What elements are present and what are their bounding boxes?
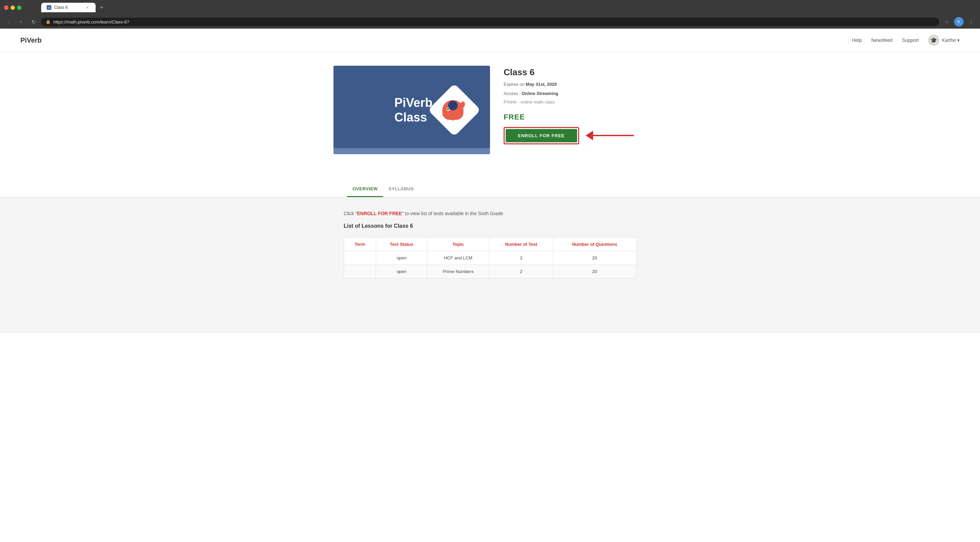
- tab-favicon: π: [47, 5, 51, 10]
- thumbnail-bottom-bar: [334, 148, 490, 154]
- cell-num-tests-2: 2: [489, 265, 553, 279]
- browser-chrome: π Class 6 × + ‹ › ↻ 🔒 https://math.piver…: [0, 0, 980, 29]
- overview-section: Click "ENROLL FOR FREE" to view list of …: [0, 197, 980, 333]
- hint-suffix: " to view list of tests available in the…: [402, 211, 503, 216]
- lock-icon: 🔒: [46, 19, 51, 24]
- col-test-status: Test Status: [376, 238, 427, 251]
- new-tab-button[interactable]: +: [97, 3, 107, 12]
- expires-date: May 31st, 2020: [526, 82, 557, 87]
- overview-inner: Click "ENROLL FOR FREE" to view list of …: [344, 211, 636, 279]
- user-avatar: 🎓: [928, 35, 939, 46]
- hint-prefix: Click ": [344, 211, 357, 216]
- maximize-traffic-light[interactable]: [17, 5, 21, 10]
- table-row: open HCF and LCM 2 20: [344, 251, 636, 265]
- arrow-indicator: [586, 131, 634, 140]
- expires-label: Expires on: [504, 82, 524, 87]
- cell-status-1: open: [376, 251, 427, 265]
- avatar-icon: 🎓: [930, 37, 937, 43]
- minimize-traffic-light[interactable]: [11, 5, 15, 10]
- user-name: Karthe ▾: [942, 37, 959, 43]
- tabs: OVERVIEW SYLLABUS: [327, 182, 653, 197]
- cell-topic-2: Prime Numbers: [427, 265, 489, 279]
- enroll-button[interactable]: ENROLL FOR FREE: [506, 129, 577, 142]
- enroll-button-container: ENROLL FOR FREE: [504, 127, 579, 144]
- top-nav: PiVerb Help Newsfeed Support 🎓 Karthe ▾: [0, 29, 980, 52]
- address-input[interactable]: 🔒 https://math.piverb.com/learn/Class-6?: [41, 18, 939, 26]
- tab-syllabus[interactable]: SYLLABUS: [383, 182, 419, 197]
- price-label: FREE: [504, 113, 646, 121]
- course-description: PiVerb - online math class: [504, 99, 646, 105]
- active-tab[interactable]: π Class 6 ×: [41, 3, 95, 12]
- course-thumbnail: PiVerb Class: [334, 66, 490, 154]
- arrow-head: [585, 131, 593, 140]
- cell-term-2: [344, 265, 376, 279]
- col-num-questions: Number of Questions: [553, 238, 636, 251]
- newsfeed-link[interactable]: Newsfeed: [872, 37, 892, 43]
- enroll-hint: Click "ENROLL FOR FREE" to view list of …: [344, 211, 636, 216]
- course-access: Access : Online Streaming: [504, 90, 646, 97]
- thumbnail-text-line1: PiVerb: [395, 95, 433, 110]
- url-text: https://math.piverb.com/learn/Class-6?: [53, 19, 934, 24]
- back-button[interactable]: ‹: [4, 17, 14, 27]
- address-bar: ‹ › ↻ 🔒 https://math.piverb.com/learn/Cl…: [0, 15, 980, 29]
- table-header-row: Term Test Status Topic Number of Test Nu…: [344, 238, 636, 251]
- course-header-section: PiVerb Class: [327, 52, 653, 182]
- lessons-table: Term Test Status Topic Number of Test Nu…: [344, 237, 636, 279]
- tab-close-button[interactable]: ×: [85, 5, 90, 10]
- hint-link: ENROLL FOR FREE: [357, 211, 402, 216]
- course-expires: Expires on May 31st, 2020: [504, 81, 646, 88]
- access-label: Access :: [504, 91, 520, 96]
- course-info: Class 6 Expires on May 31st, 2020 Access…: [504, 66, 646, 144]
- thumbnail-logo: [432, 88, 476, 132]
- col-num-tests: Number of Test: [489, 238, 553, 251]
- user-menu[interactable]: 🎓 Karthe ▾: [928, 35, 959, 46]
- site-logo[interactable]: PiVerb: [21, 37, 41, 44]
- tab-title: Class 6: [54, 5, 68, 10]
- tab-overview[interactable]: OVERVIEW: [347, 182, 383, 197]
- support-link[interactable]: Support: [902, 37, 919, 43]
- browser-profile-button[interactable]: K: [954, 17, 964, 27]
- nav-links: Help Newsfeed Support 🎓 Karthe ▾: [852, 35, 959, 46]
- thumbnail-text-line2: Class: [395, 110, 427, 124]
- course-title: Class 6: [504, 67, 646, 78]
- forward-button[interactable]: ›: [16, 17, 26, 27]
- lessons-title: List of Lessons for Class 6: [344, 223, 636, 229]
- refresh-button[interactable]: ↻: [29, 17, 38, 27]
- course-header: PiVerb Class: [334, 66, 646, 154]
- help-link[interactable]: Help: [852, 37, 862, 43]
- cell-status-2: open: [376, 265, 427, 279]
- traffic-lights: [4, 5, 21, 10]
- cell-topic-1: HCF and LCM: [427, 251, 489, 265]
- col-term: Term: [344, 238, 376, 251]
- bookmark-button[interactable]: ☆: [942, 17, 951, 27]
- table-row: open Prime Numbers 2 20: [344, 265, 636, 279]
- cell-num-questions-2: 20: [553, 265, 636, 279]
- close-traffic-light[interactable]: [4, 5, 8, 10]
- page-content: PiVerb Help Newsfeed Support 🎓 Karthe ▾ …: [0, 29, 980, 530]
- cell-num-tests-1: 2: [489, 251, 553, 265]
- col-topic: Topic: [427, 238, 489, 251]
- cell-term-1: [344, 251, 376, 265]
- access-value: Online Streaming: [522, 91, 558, 96]
- browser-titlebar: π Class 6 × +: [0, 0, 980, 15]
- tabs-section: OVERVIEW SYLLABUS: [0, 182, 980, 197]
- enroll-wrapper: ENROLL FOR FREE: [504, 127, 646, 144]
- arrow-line: [593, 135, 634, 136]
- cell-num-questions-1: 20: [553, 251, 636, 265]
- browser-menu-button[interactable]: ⋮: [966, 17, 976, 27]
